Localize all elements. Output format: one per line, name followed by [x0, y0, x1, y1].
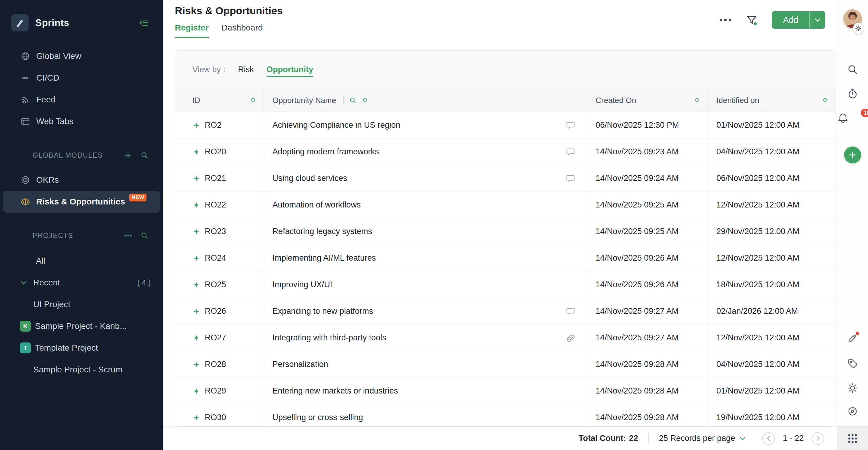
sidebar-item-sample-kanban[interactable]: K Sample Project - Kanb... [0, 315, 163, 337]
opportunity-type-icon [193, 255, 200, 262]
comment-icon[interactable] [566, 307, 575, 316]
tab-register[interactable]: Register [175, 23, 209, 38]
total-count: Total Count: 22 [579, 434, 638, 443]
settings-gear-icon[interactable] [853, 23, 864, 34]
row-id-text: RO30 [205, 413, 226, 422]
cell-id: RO21 [175, 165, 264, 191]
row-name-text: Achieving Compliance in US region [272, 121, 400, 130]
search-projects-icon[interactable] [141, 232, 148, 239]
row-identified-text: 04/Nov/2025 12:00 AM [716, 360, 800, 369]
comment-icon[interactable] [566, 148, 575, 156]
table-row[interactable]: RO29 Entering new markets or industries … [175, 378, 836, 405]
quick-add-button[interactable] [844, 147, 861, 163]
collapse-sidebar-icon[interactable] [139, 18, 149, 28]
notifications-bell-icon[interactable]: 18 [837, 112, 868, 124]
opportunity-type-icon [193, 387, 200, 395]
column-header-name: Opportunity Name [264, 89, 587, 112]
row-id-text: RO20 [205, 147, 226, 156]
add-button[interactable]: Add [772, 11, 825, 29]
sidebar-item-risks-opportunities[interactable]: Risks & Opportunities NEW [3, 191, 160, 213]
table-row[interactable]: RO26 Expanding to new platforms 14/Nov/2… [175, 298, 836, 325]
compass-icon[interactable] [847, 406, 858, 417]
marker-slot [565, 307, 576, 316]
opportunity-type-icon [193, 334, 200, 342]
view-by-risk[interactable]: Risk [238, 65, 254, 74]
sidebar-item-cicd[interactable]: CI/CD [0, 67, 163, 89]
cell-identified: 04/Nov/2025 12:00 AM [708, 139, 836, 165]
sidebar: Sprints Global View CI/CD [0, 0, 163, 450]
cell-created: 14/Nov/2025 09:23 AM [587, 139, 708, 165]
filter-icon[interactable] [746, 14, 757, 26]
add-button-label: Add [772, 11, 809, 29]
row-created-text: 14/Nov/2025 09:27 AM [596, 333, 679, 343]
row-id-text: RO24 [205, 253, 226, 263]
theme-sun-icon[interactable] [847, 383, 858, 393]
sidebar-item-okrs[interactable]: OKRs [0, 169, 163, 191]
sidebar-item-global-view[interactable]: Global View [0, 45, 163, 67]
view-by-opportunity[interactable]: Opportunity [267, 65, 313, 74]
table-row[interactable]: RO27 Integrating with third-party tools … [175, 325, 836, 351]
global-search-icon[interactable] [847, 64, 858, 75]
table-row[interactable]: RO22 Automation of workflows 14/Nov/2025… [175, 192, 836, 218]
opportunity-type-icon [193, 308, 200, 315]
section-title: PROJECTS [33, 232, 73, 240]
row-identified-text: 19/Nov/2025 12:00 AM [716, 413, 800, 422]
table-row[interactable]: RO23 Refactoring legacy systems 14/Nov/2… [175, 218, 836, 245]
feedback-pencil-icon[interactable] [847, 333, 858, 344]
cell-identified: 12/Nov/2025 12:00 AM [708, 325, 836, 351]
chevron-down-icon [20, 279, 28, 286]
sidebar-item-web-tabs[interactable]: Web Tabs [0, 110, 163, 132]
sidebar-item-all-projects[interactable]: All [0, 250, 163, 272]
table-row[interactable]: RO21 Using cloud services 14/Nov/2025 09… [175, 165, 836, 192]
sidebar-item-sample-scrum[interactable]: Sample Project - Scrum [0, 359, 163, 381]
add-module-icon[interactable] [124, 151, 132, 159]
sidebar-item-feed[interactable]: Feed [0, 89, 163, 110]
row-name-text: Improving UX/UI [272, 280, 332, 289]
more-options-icon[interactable] [719, 19, 732, 22]
sprints-logo-icon[interactable] [11, 14, 29, 31]
cell-name: Integrating with third-party tools [264, 325, 587, 351]
field-diamond-icon[interactable] [694, 97, 701, 104]
opportunity-type-icon [193, 175, 200, 182]
attachment-icon[interactable] [566, 333, 575, 343]
project-avatar: T [20, 343, 31, 353]
sidebar-item-ui-project[interactable]: UI Project [0, 294, 163, 315]
sidebar-item-template-project[interactable]: T Template Project [0, 337, 163, 359]
table-row[interactable]: RO30 Upselling or cross-selling 14/Nov/2… [175, 405, 836, 426]
field-diamond-icon[interactable] [250, 97, 256, 104]
row-name-text: Refactoring legacy systems [272, 227, 372, 236]
cell-created: 14/Nov/2025 09:28 AM [587, 405, 708, 426]
table-row[interactable]: RO25 Improving UX/UI 14/Nov/2025 09:26 A… [175, 271, 836, 298]
add-dropdown-button[interactable] [809, 11, 825, 29]
sidebar-nav: Global View CI/CD Feed Web Tabs [0, 45, 163, 132]
records-per-page-select[interactable]: 25 Records per page [659, 434, 745, 443]
section-global-modules: GLOBAL MODULES [0, 144, 163, 167]
search-modules-icon[interactable] [141, 151, 148, 159]
field-diamond-icon[interactable] [362, 97, 369, 104]
tab-dashboard[interactable]: Dashboard [221, 23, 263, 38]
projects-more-icon[interactable] [124, 232, 132, 239]
timer-icon[interactable] [847, 88, 858, 99]
table-row[interactable]: RO28 Personalization 14/Nov/2025 09:28 A… [175, 351, 836, 378]
row-name-text: Expanding to new platforms [272, 307, 373, 316]
cell-identified: 02/Jan/2026 12:00 AM [708, 298, 836, 324]
tag-icon[interactable] [847, 358, 858, 369]
view-by-label: View by : [192, 65, 225, 74]
row-identified-text: 01/Nov/2025 12:00 AM [716, 121, 800, 130]
prev-page-button[interactable] [762, 432, 775, 445]
row-name-text: Entering new markets or industries [272, 386, 398, 396]
comment-icon[interactable] [566, 174, 575, 183]
table-row[interactable]: RO20 Adopting modern frameworks 14/Nov/2… [175, 139, 836, 165]
column-search-icon[interactable] [349, 97, 356, 104]
app-grid-icon[interactable] [837, 426, 868, 450]
comment-icon[interactable] [566, 121, 575, 130]
table-row[interactable]: RO2 Achieving Compliance in US region 06… [175, 112, 836, 139]
next-page-button[interactable] [811, 432, 824, 445]
chevron-down-icon [740, 437, 745, 440]
sidebar-item-recent[interactable]: Recent ( 4 ) [0, 272, 163, 294]
table-row[interactable]: RO24 Implementing AI/ML features 14/Nov/… [175, 245, 836, 271]
row-identified-text: 06/Nov/2025 12:00 AM [716, 174, 800, 183]
field-diamond-icon[interactable] [822, 97, 829, 104]
row-id-text: RO22 [205, 200, 226, 210]
row-id-text: RO25 [205, 280, 226, 289]
